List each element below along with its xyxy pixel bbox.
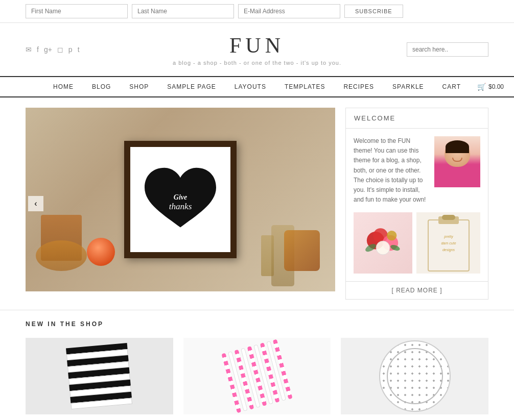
svg-rect-9: [428, 220, 469, 271]
email-input[interactable]: [238, 4, 340, 18]
svg-text:Give: Give: [174, 193, 187, 201]
nav-blog[interactable]: BLOG: [83, 77, 120, 96]
google-plus-icon[interactable]: g+: [44, 45, 52, 54]
flowers-image: [354, 212, 412, 274]
cart-widget[interactable]: 🛒 $0.00: [477, 83, 504, 91]
site-branding: FUN a blog - a shop - both - or one of t…: [173, 33, 341, 66]
subscribe-button[interactable]: SUBSCRIBE: [344, 5, 403, 18]
instagram-icon[interactable]: ◻: [57, 45, 63, 54]
read-more-link[interactable]: [ READ MORE ]: [346, 281, 488, 299]
svg-point-5: [376, 241, 390, 255]
svg-text:pretty: pretty: [443, 235, 453, 239]
new-in-shop-section: NEW IN THE SHOP: [0, 310, 514, 420]
facebook-icon[interactable]: f: [37, 45, 39, 54]
hero-section: Give thanks ‹ WELCOME Welcome to the FUN…: [0, 97, 514, 310]
search-area: [407, 42, 488, 57]
social-links: ✉ f g+ ◻ p t: [26, 45, 80, 54]
nav-links: HOME BLOG SHOP SAMPLE PAGE LAYOUTS TEMPL…: [44, 77, 470, 96]
welcome-sidebar: WELCOME Welcome to the FUN theme! You ca…: [345, 108, 488, 300]
nav-layouts[interactable]: LAYOUTS: [225, 77, 275, 96]
shop-item-1[interactable]: [26, 338, 173, 414]
welcome-text: Welcome to the FUN theme! You can use th…: [354, 136, 429, 205]
welcome-images: pretty darn cute designs: [346, 212, 488, 281]
search-input[interactable]: [407, 42, 488, 57]
shop-section-title: NEW IN THE SHOP: [26, 320, 488, 328]
nav-recipes[interactable]: RECIPES: [334, 77, 383, 96]
hero-image: Give thanks: [26, 108, 335, 291]
hero-slider: Give thanks ‹: [26, 108, 335, 300]
site-header: ✉ f g+ ◻ p t FUN a blog - a shop - both …: [0, 23, 514, 76]
nav-templates[interactable]: TEMPLATES: [275, 77, 334, 96]
nav-home[interactable]: HOME: [44, 77, 83, 96]
last-name-input[interactable]: [132, 4, 234, 18]
heart-svg: Give thanks: [139, 164, 221, 235]
shop-grid: [26, 338, 488, 414]
cart-amount: $0.00: [488, 83, 504, 90]
nav-shop[interactable]: SHOP: [120, 77, 158, 96]
nav-sparkle[interactable]: SPARKLE: [383, 77, 433, 96]
sign-frame: Give thanks: [124, 141, 237, 258]
subscribe-bar: SUBSCRIBE: [0, 0, 514, 23]
straws: [221, 339, 292, 413]
svg-text:thanks: thanks: [169, 202, 192, 211]
email-icon[interactable]: ✉: [26, 45, 32, 54]
first-name-input[interactable]: [26, 4, 128, 18]
site-tagline: a blog - a shop - both - or one of the t…: [173, 60, 341, 66]
main-nav: HOME BLOG SHOP SAMPLE PAGE LAYOUTS TEMPL…: [0, 76, 514, 97]
avatar: [434, 136, 480, 187]
welcome-content: Welcome to the FUN theme! You can use th…: [346, 129, 488, 212]
shop-item-2[interactable]: [183, 338, 331, 414]
svg-text:darn cute: darn cute: [441, 241, 456, 245]
hero-bg: Give thanks: [26, 108, 335, 291]
svg-point-6: [387, 231, 396, 240]
twitter-icon[interactable]: t: [78, 45, 80, 54]
svg-text:designs: designs: [442, 248, 455, 252]
slider-prev-button[interactable]: ‹: [28, 196, 43, 211]
svg-rect-11: [442, 215, 455, 220]
plate: [379, 340, 451, 412]
sign-inner: Give thanks: [130, 147, 230, 252]
shop-item-3[interactable]: [341, 338, 488, 414]
site-title: FUN: [173, 33, 341, 58]
cart-icon: 🛒: [477, 83, 486, 91]
pinterest-icon[interactable]: p: [68, 45, 73, 54]
welcome-title: WELCOME: [346, 108, 488, 129]
nav-sample-page[interactable]: SAMPLE PAGE: [158, 77, 225, 96]
nav-cart[interactable]: CART: [433, 77, 470, 96]
clipboard-image: pretty darn cute designs: [416, 212, 480, 274]
